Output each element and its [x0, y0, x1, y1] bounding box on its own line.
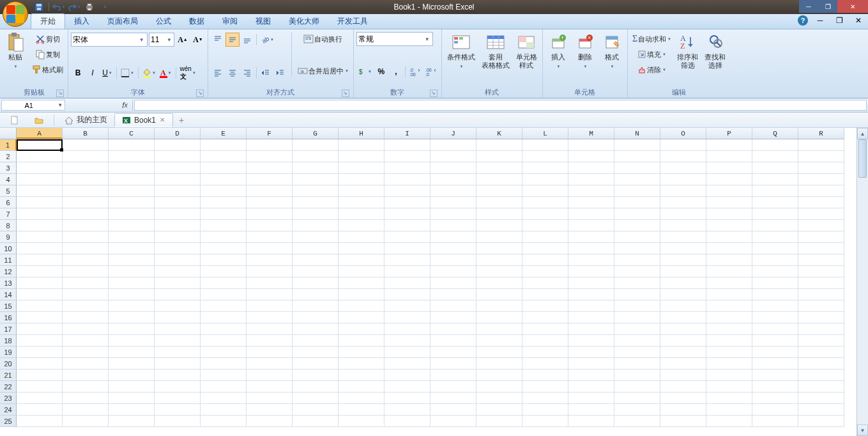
cell[interactable]: [568, 370, 614, 381]
cell[interactable]: [155, 208, 201, 220]
chevron-down-icon[interactable]: ▼: [138, 37, 146, 43]
cell[interactable]: [614, 404, 660, 416]
cell[interactable]: [201, 254, 247, 266]
cell[interactable]: [752, 312, 798, 323]
cell[interactable]: [247, 208, 293, 220]
cell[interactable]: [201, 300, 247, 312]
cell[interactable]: [660, 231, 706, 243]
cell[interactable]: [660, 393, 706, 404]
row-header[interactable]: 2: [0, 151, 17, 162]
row-header[interactable]: 18: [0, 335, 17, 346]
cell[interactable]: [17, 323, 63, 335]
doc-restore-button[interactable]: ❐: [832, 15, 846, 26]
cell[interactable]: [706, 346, 752, 358]
cell[interactable]: [293, 220, 339, 231]
ribbon-tab-2[interactable]: 页面布局: [98, 14, 147, 29]
comma-button[interactable]: ,: [389, 65, 403, 79]
cell[interactable]: [155, 312, 201, 323]
cell[interactable]: [63, 416, 109, 427]
cell[interactable]: [476, 208, 522, 220]
cell[interactable]: [201, 139, 247, 151]
cell[interactable]: [155, 266, 201, 277]
cell[interactable]: [155, 323, 201, 335]
cell[interactable]: [614, 254, 660, 266]
cell[interactable]: [293, 151, 339, 162]
cell[interactable]: [430, 312, 476, 323]
cell[interactable]: [798, 139, 844, 151]
cell[interactable]: [522, 300, 568, 312]
row-header[interactable]: 6: [0, 197, 17, 208]
cell[interactable]: [660, 277, 706, 289]
cell[interactable]: [614, 139, 660, 151]
cell[interactable]: [201, 162, 247, 174]
cell[interactable]: [752, 162, 798, 174]
cell[interactable]: [109, 220, 155, 231]
cell[interactable]: [430, 358, 476, 370]
cell[interactable]: [155, 370, 201, 381]
cell[interactable]: [339, 162, 385, 174]
cut-button[interactable]: 剪切: [29, 32, 65, 46]
cell[interactable]: [798, 231, 844, 243]
cell[interactable]: [614, 289, 660, 300]
cell[interactable]: [660, 346, 706, 358]
cell[interactable]: [568, 416, 614, 427]
cell[interactable]: [798, 416, 844, 427]
clipboard-launcher-icon[interactable]: ↘: [56, 90, 64, 97]
cell[interactable]: [155, 243, 201, 254]
cell[interactable]: [339, 312, 385, 323]
cell[interactable]: [568, 139, 614, 151]
cell[interactable]: [109, 404, 155, 416]
maximize-button[interactable]: ❐: [818, 0, 837, 13]
col-header[interactable]: B: [63, 128, 109, 139]
cell[interactable]: [522, 289, 568, 300]
cell[interactable]: [614, 381, 660, 393]
cell[interactable]: [293, 404, 339, 416]
cell[interactable]: [339, 346, 385, 358]
cell[interactable]: [430, 277, 476, 289]
cell[interactable]: [17, 231, 63, 243]
add-tab-button[interactable]: +: [173, 113, 190, 127]
cell[interactable]: [476, 197, 522, 208]
cell[interactable]: [247, 404, 293, 416]
copy-button[interactable]: 复制: [29, 47, 65, 61]
cell[interactable]: [293, 277, 339, 289]
cell[interactable]: [614, 416, 660, 427]
cell[interactable]: [247, 300, 293, 312]
col-header[interactable]: G: [293, 128, 339, 139]
cell[interactable]: [706, 197, 752, 208]
cell[interactable]: [155, 289, 201, 300]
cell[interactable]: [706, 358, 752, 370]
cell[interactable]: [17, 139, 63, 151]
cell[interactable]: [63, 231, 109, 243]
decrease-indent-button[interactable]: [259, 66, 273, 80]
cell[interactable]: [293, 346, 339, 358]
cell[interactable]: [476, 289, 522, 300]
cell[interactable]: [752, 254, 798, 266]
cell[interactable]: [706, 139, 752, 151]
cell[interactable]: [568, 254, 614, 266]
cell[interactable]: [798, 335, 844, 346]
format-cells-button[interactable]: 格式▼: [599, 31, 625, 72]
cell[interactable]: [63, 393, 109, 404]
cell[interactable]: [752, 404, 798, 416]
cell[interactable]: [614, 370, 660, 381]
cell[interactable]: [798, 185, 844, 197]
cell[interactable]: [63, 300, 109, 312]
cell[interactable]: [385, 254, 430, 266]
clear-button[interactable]: 清除▼: [630, 63, 673, 77]
cell[interactable]: [17, 151, 63, 162]
cell[interactable]: [63, 139, 109, 151]
cell[interactable]: [752, 381, 798, 393]
cell[interactable]: [476, 185, 522, 197]
cell[interactable]: [752, 266, 798, 277]
cell[interactable]: [247, 416, 293, 427]
cell[interactable]: [752, 358, 798, 370]
cell[interactable]: [752, 151, 798, 162]
cell[interactable]: [752, 393, 798, 404]
ribbon-tab-5[interactable]: 审阅: [213, 14, 247, 29]
ribbon-tab-6[interactable]: 视图: [247, 14, 280, 29]
cell[interactable]: [752, 416, 798, 427]
cell[interactable]: [522, 220, 568, 231]
cell[interactable]: [109, 254, 155, 266]
cell[interactable]: [568, 381, 614, 393]
